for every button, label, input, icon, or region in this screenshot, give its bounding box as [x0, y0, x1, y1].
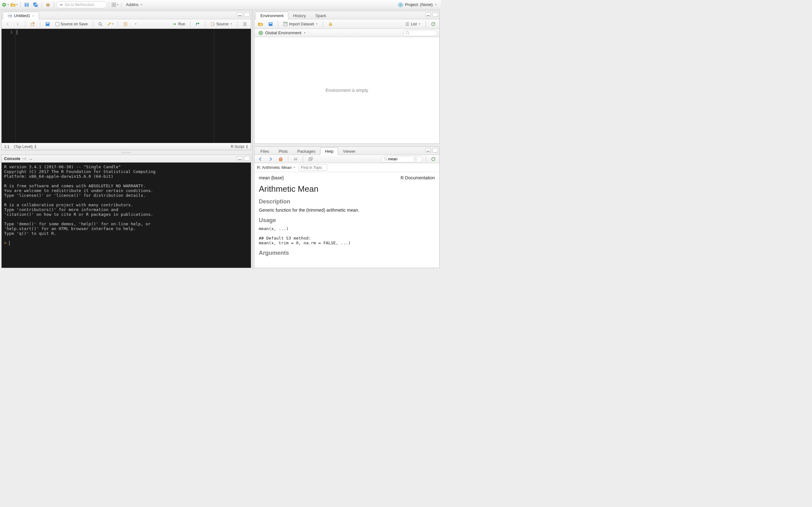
load-workspace-button[interactable]: [256, 20, 264, 27]
help-fwd-button[interactable]: [266, 156, 275, 163]
find-button[interactable]: [96, 20, 104, 27]
help-minimize-button[interactable]: [425, 148, 431, 153]
save-all-button[interactable]: [32, 1, 40, 8]
console-pane: Console ~/ R version 3.4.1 (2017-06-30) …: [1, 155, 251, 268]
addins-button[interactable]: Addins ▼: [123, 1, 145, 8]
svg-rect-9: [47, 5, 49, 7]
tab-viewer[interactable]: Viewer: [338, 147, 360, 155]
env-maximize-button[interactable]: [432, 12, 438, 17]
save-doc-button[interactable]: [44, 20, 52, 27]
help-crumb-bar: R: Arithmetic Mean▼: [254, 163, 439, 172]
help-pane: Files Plots Packages Help Viewer: [254, 147, 440, 268]
env-view-mode[interactable]: List ▼: [403, 21, 422, 27]
help-doclabel: R Documentation: [401, 175, 435, 180]
left-splitter[interactable]: [0, 152, 252, 153]
env-toolbar: Import Dataset ▼ List ▼: [254, 19, 439, 29]
editor-statusbar: 1:1 (Top Level) ▲▼ R Script ▲▼: [2, 143, 251, 150]
svg-rect-13: [114, 5, 116, 7]
help-maximize-button[interactable]: [432, 148, 438, 153]
goto-file-input[interactable]: Go to file/function: [56, 1, 107, 8]
nav-back-button[interactable]: [3, 20, 12, 27]
project-menu[interactable]: R Project: (None) ▼: [396, 1, 440, 8]
clear-search-icon[interactable]: ⓧ: [413, 156, 417, 162]
help-newwin-button[interactable]: [306, 156, 315, 163]
print-button[interactable]: [44, 1, 52, 8]
save-button[interactable]: [22, 1, 31, 8]
tab-files[interactable]: Files: [256, 147, 274, 155]
svg-text:R: R: [399, 3, 402, 7]
editor-gutter: 1: [2, 29, 15, 143]
env-search-input[interactable]: [403, 30, 438, 36]
svg-point-33: [406, 32, 409, 34]
svg-rect-36: [295, 158, 297, 159]
help-signature: mean {base}: [259, 175, 284, 180]
env-scope-selector[interactable]: Global Environment ▼: [256, 30, 308, 36]
help-search-input[interactable]: ⓧ: [381, 156, 422, 162]
env-scopebar: Global Environment ▼: [254, 29, 439, 37]
tab-environment[interactable]: Environment: [256, 12, 288, 19]
new-file-button[interactable]: ▼: [1, 1, 9, 8]
code-editor[interactable]: 1: [2, 29, 251, 143]
svg-rect-29: [284, 22, 287, 23]
help-home-button[interactable]: [276, 156, 285, 163]
svg-rect-3: [26, 5, 28, 6]
console-output[interactable]: R version 3.4.1 (2017-06-30) -- "Single …: [2, 163, 251, 268]
tab-help[interactable]: Help: [320, 147, 338, 155]
env-refresh-button[interactable]: [429, 20, 438, 27]
help-back-button[interactable]: [256, 156, 264, 163]
notebook-opts-button[interactable]: ▼: [131, 20, 140, 27]
open-project-button[interactable]: ▼: [10, 1, 18, 8]
run-button[interactable]: Run: [171, 21, 187, 27]
svg-rect-11: [114, 3, 116, 4]
close-tab-icon[interactable]: ×: [32, 14, 34, 18]
tab-packages[interactable]: Packages: [293, 147, 320, 155]
source-tab-untitled1[interactable]: R Untitled1 ×: [3, 12, 39, 19]
help-content[interactable]: mean {base} R Documentation Arithmetic M…: [254, 172, 439, 268]
scope-selector[interactable]: (Top Level) ▲▼: [14, 145, 37, 149]
rerun-button[interactable]: [194, 20, 202, 27]
svg-rect-2: [26, 3, 28, 4]
popout-button[interactable]: [29, 20, 37, 27]
source-toolbar: Source on Save ▼ ▼ Run Source: [2, 19, 251, 29]
help-print-button[interactable]: [292, 156, 300, 163]
console-maximize-button[interactable]: [244, 156, 250, 161]
svg-rect-27: [269, 22, 272, 24]
env-minimize-button[interactable]: [425, 12, 431, 17]
nav-fwd-button[interactable]: [14, 20, 22, 27]
source-on-save-checkbox[interactable]: Source on Save: [54, 21, 90, 27]
outline-button[interactable]: [241, 20, 249, 27]
svg-point-40: [384, 158, 387, 160]
find-in-topic-input[interactable]: [299, 164, 327, 171]
console-header: Console ~/: [2, 155, 251, 163]
source-tabs: R Untitled1 ×: [2, 11, 251, 19]
source-minimize-button[interactable]: [237, 12, 243, 17]
svg-rect-8: [47, 3, 49, 4]
svg-rect-24: [196, 23, 197, 25]
grid-options-button[interactable]: ▼: [111, 1, 119, 8]
r-project-icon: R: [398, 2, 403, 7]
svg-point-22: [99, 22, 101, 25]
clear-workspace-button[interactable]: [326, 20, 335, 27]
import-dataset-button[interactable]: Import Dataset ▼: [281, 21, 320, 27]
notebook-button[interactable]: [121, 20, 130, 27]
tab-history[interactable]: History: [288, 12, 310, 19]
file-type-selector[interactable]: R Script: [231, 145, 244, 149]
console-popout-icon[interactable]: [27, 155, 35, 162]
main-toolbar: ▼ ▼ Go to file/function ▼ Addins ▼ R Pro…: [0, 0, 441, 9]
svg-rect-38: [309, 158, 311, 161]
tab-spark[interactable]: Spark: [310, 12, 331, 19]
svg-rect-30: [329, 24, 332, 26]
help-refresh-button[interactable]: [429, 156, 438, 163]
console-minimize-button[interactable]: [237, 156, 243, 161]
console-path: ~/: [22, 156, 26, 161]
save-workspace-button[interactable]: [266, 20, 275, 27]
help-topic-crumb[interactable]: R: Arithmetic Mean▼: [257, 165, 296, 170]
wand-button[interactable]: ▼: [106, 20, 114, 27]
svg-rect-12: [112, 5, 113, 7]
svg-rect-39: [310, 157, 312, 160]
svg-rect-21: [46, 22, 49, 24]
tab-plots[interactable]: Plots: [274, 147, 293, 155]
source-maximize-button[interactable]: [244, 12, 250, 17]
source-button[interactable]: Source ▼: [209, 21, 234, 27]
source-pane: R Untitled1 × Source o: [1, 11, 251, 150]
